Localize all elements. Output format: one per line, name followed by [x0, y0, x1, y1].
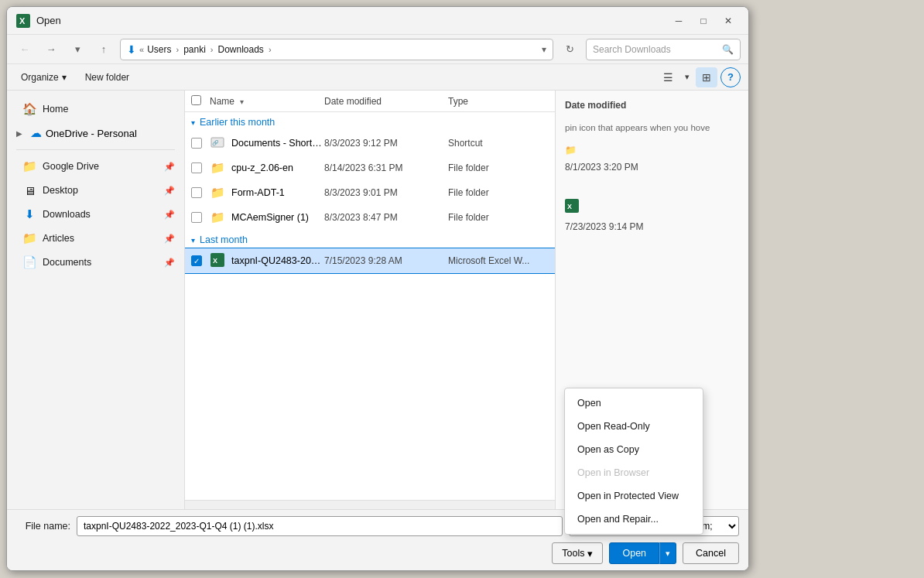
file-check-mcaemsigner[interactable]	[191, 212, 202, 223]
svg-text:X: X	[19, 16, 26, 26]
right-panel-file-2[interactable]: X	[565, 196, 739, 218]
secondary-toolbar: Organize ▾ New folder ☰ ▾ ⊞ ?	[7, 64, 748, 91]
address-bar-dropdown-icon[interactable]: ▾	[542, 44, 546, 55]
file-name-label: File name:	[16, 521, 70, 532]
up-button[interactable]: ↑	[94, 39, 114, 60]
sidebar-item-articles-label: Articles	[43, 233, 74, 244]
file-row-mcaemsigner[interactable]: 📁 MCAemSigner (1) 8/3/2023 8:47 PM File …	[185, 205, 555, 230]
horizontal-scrollbar[interactable]	[185, 500, 555, 509]
file-check-cpu-z[interactable]	[191, 162, 202, 173]
group-header-earlier[interactable]: ▾ Earlier this month	[185, 112, 555, 131]
group-header-last-month[interactable]: ▾ Last month	[185, 230, 555, 248]
group-label-earlier: Earlier this month	[200, 117, 275, 128]
file-check-documents-shortcut[interactable]	[191, 138, 202, 149]
dropdown-item-open[interactable]: Open	[565, 392, 703, 415]
back-button[interactable]: ←	[15, 39, 35, 60]
sidebar-item-articles[interactable]: 📁 Articles 📌	[10, 227, 181, 250]
dropdown-item-open-repair[interactable]: Open and Repair...	[565, 508, 703, 531]
dialog-title: Open	[36, 15, 668, 26]
col-header-name[interactable]: Name ▾	[210, 96, 324, 107]
view-detail-button[interactable]: ⊞	[696, 67, 717, 87]
maximize-button[interactable]: □	[693, 10, 714, 32]
sidebar-item-documents[interactable]: 📄 Documents 📌	[10, 251, 181, 274]
tools-label: Tools	[562, 548, 584, 559]
svg-text:X: X	[213, 257, 217, 265]
right-panel-file-icon-2: X	[565, 199, 579, 215]
file-date-form-adt: 8/3/2023 9:01 PM	[324, 187, 448, 198]
open-dropdown-button[interactable]: ▾	[659, 542, 676, 564]
dropdown-item-open-read-only[interactable]: Open Read-Only	[565, 415, 703, 438]
sidebar-item-downloads[interactable]: ⬇ Downloads 📌	[10, 203, 181, 226]
dropdown-history-button[interactable]: ▾	[67, 39, 87, 60]
articles-icon: 📁	[22, 231, 36, 245]
file-name-documents-shortcut: Documents - Shortcut	[231, 138, 324, 149]
excel-icon-taxpnl: X	[210, 253, 225, 269]
onedrive-expand-icon: ▶	[16, 129, 22, 138]
close-button[interactable]: ✕	[717, 10, 739, 32]
file-name-mcaemsigner: MCAemSigner (1)	[231, 212, 324, 223]
file-check-taxpnl[interactable]: ✓	[191, 255, 202, 266]
breadcrumb-downloads: Downloads	[218, 44, 264, 55]
search-icon: 🔍	[722, 44, 734, 55]
cancel-button[interactable]: Cancel	[683, 542, 739, 564]
address-bar[interactable]: ⬇ « Users › panki › Downloads › ▾	[120, 39, 553, 60]
file-row-cpu-z[interactable]: 📁 cpu-z_2.06-en 8/14/2023 6:31 PM File f…	[185, 156, 555, 180]
open-button[interactable]: Open	[609, 542, 659, 564]
forward-button[interactable]: →	[41, 39, 61, 60]
view-list-button[interactable]: ☰	[657, 67, 679, 87]
sidebar-item-google-drive[interactable]: 📁 Google Drive 📌	[10, 155, 181, 178]
name-sort-icon: ▾	[240, 97, 244, 106]
group-collapse-icon-last-month: ▾	[191, 236, 195, 245]
dropdown-item-open-protected[interactable]: Open in Protected View	[565, 484, 703, 508]
file-row-taxpnl[interactable]: ✓ X taxpnI-QU2483-2022_2023-Q1-Q4 (1) ..…	[185, 248, 555, 273]
file-type-taxpnl: Microsoft Excel W...	[448, 255, 549, 266]
file-name-taxpnl: taxpnI-QU2483-2022_2023-Q1-Q4 (1) ...	[231, 255, 324, 266]
select-all-checkbox[interactable]	[191, 95, 201, 105]
breadcrumb-sep1: ›	[176, 45, 179, 54]
sidebar-item-desktop-label: Desktop	[43, 185, 78, 196]
file-date-cpu-z: 8/14/2023 6:31 PM	[324, 162, 448, 173]
organize-button[interactable]: Organize ▾	[15, 67, 73, 87]
col-header-type[interactable]: Type	[448, 96, 549, 107]
file-check-form-adt[interactable]	[191, 187, 202, 198]
file-name-input[interactable]	[77, 516, 563, 536]
sidebar-item-home[interactable]: 🏠 Home	[10, 97, 181, 121]
sidebar-item-desktop[interactable]: 🖥 Desktop 📌	[10, 179, 181, 202]
app-icon: X	[16, 14, 30, 28]
group-collapse-icon-earlier: ▾	[191, 118, 195, 127]
action-row: Tools ▾ Open ▾ Cancel	[16, 542, 739, 564]
open-dropdown-menu: Open Open Read-Only Open as Copy Open in…	[564, 388, 703, 535]
file-row-form-adt[interactable]: 📁 Form-ADT-1 8/3/2023 9:01 PM File folde…	[185, 180, 555, 205]
sidebar-item-onedrive[interactable]: ▶ ☁ OneDrive - Personal	[10, 121, 181, 145]
view-dropdown-button[interactable]: ▾	[682, 67, 693, 87]
right-panel-file-1[interactable]: 📁	[565, 142, 739, 159]
tools-arrow-icon: ▾	[587, 548, 593, 559]
open-button-group: Open ▾	[609, 542, 676, 564]
downloads-icon: ⬇	[22, 207, 36, 221]
home-icon: 🏠	[22, 102, 36, 116]
refresh-button[interactable]: ↻	[560, 39, 580, 60]
articles-pin-icon: 📌	[164, 234, 175, 244]
svg-text:🔗: 🔗	[212, 139, 219, 146]
col-header-date[interactable]: Date modified	[324, 96, 448, 107]
view-controls: ☰ ▾ ⊞ ?	[657, 67, 741, 87]
file-name-cpu-z: cpu-z_2.06-en	[231, 162, 324, 173]
sidebar: 🏠 Home ▶ ☁ OneDrive - Personal 📁 Google …	[7, 91, 185, 509]
help-button[interactable]: ?	[720, 67, 741, 87]
file-date-mcaemsigner: 8/3/2023 8:47 PM	[324, 212, 448, 223]
minimize-button[interactable]: ─	[668, 10, 690, 32]
right-panel-files: 📁 8/1/2023 3:20 PM X 7/23/2023 9:14 PM	[565, 142, 739, 232]
svg-text:X: X	[567, 203, 572, 210]
file-row-documents-shortcut[interactable]: 🔗 Documents - Shortcut 8/3/2023 9:12 PM …	[185, 131, 555, 156]
file-date-documents-shortcut: 8/3/2023 9:12 PM	[324, 138, 448, 149]
search-box[interactable]: Search Downloads 🔍	[586, 39, 741, 60]
desktop-icon: 🖥	[22, 184, 36, 197]
tools-button[interactable]: Tools ▾	[552, 542, 603, 564]
google-drive-pin-icon: 📌	[164, 162, 175, 172]
breadcrumb-panki: panki	[183, 44, 206, 55]
file-name-form-adt: Form-ADT-1	[231, 187, 324, 198]
nav-toolbar: ← → ▾ ↑ ⬇ « Users › panki › Downloads › …	[7, 35, 748, 64]
dropdown-item-open-in-browser: Open in Browser	[565, 461, 703, 484]
new-folder-button[interactable]: New folder	[79, 67, 135, 87]
dropdown-item-open-as-copy[interactable]: Open as Copy	[565, 438, 703, 461]
